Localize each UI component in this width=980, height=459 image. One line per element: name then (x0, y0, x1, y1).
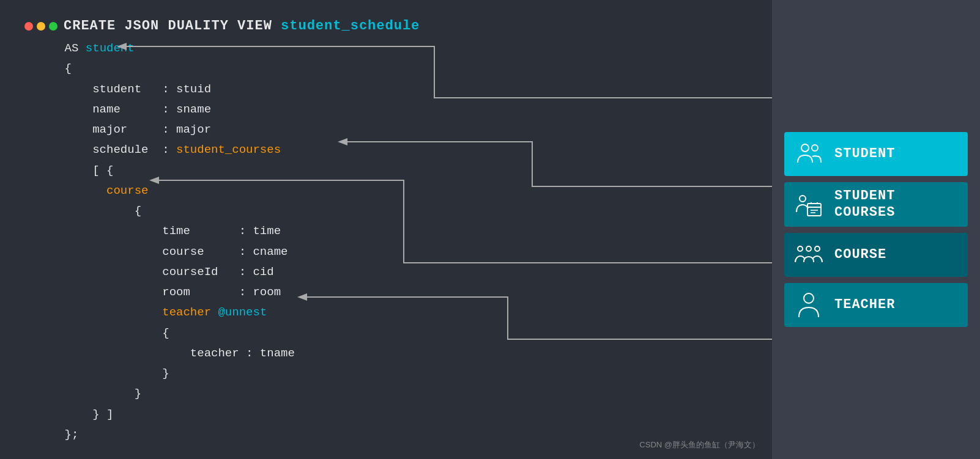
svg-point-11 (815, 246, 820, 251)
course-key: course (37, 181, 748, 201)
as-line: AS student (37, 39, 748, 59)
course-brace-close: } (37, 384, 748, 404)
student-courses-card: STUDENTCOURSES (784, 182, 968, 227)
student-courses-icon (793, 189, 825, 221)
code-panel: CREATE JSON DUALITY VIEW student_schedul… (0, 0, 772, 459)
field-schedule: schedule : student_courses (37, 140, 748, 160)
teacher-svg (794, 290, 823, 320)
svg-point-10 (806, 246, 811, 251)
nested-array-start: [ { (37, 161, 748, 181)
teacher-label: TEACHER (834, 297, 895, 313)
open-brace: { (37, 59, 748, 79)
title-line: CREATE JSON DUALITY VIEW student_schedul… (24, 18, 748, 34)
svg-point-0 (801, 144, 809, 152)
tl-green (49, 22, 58, 31)
course-svg (794, 240, 823, 270)
create-keyword: CREATE JSON DUALITY VIEW (64, 18, 281, 34)
svg-rect-3 (807, 204, 821, 216)
teacher-icon (793, 289, 825, 321)
tl-yellow (37, 22, 45, 31)
field-student: student : stuid (37, 79, 748, 100)
student-courses-svg (794, 190, 823, 219)
field-course: course : cname (37, 242, 748, 262)
teacher-unnest: teacher @unnest (37, 303, 748, 323)
field-name: name : sname (37, 100, 748, 120)
student-label: STUDENT (834, 146, 895, 162)
svg-point-12 (804, 293, 814, 303)
teacher-card: TEACHER (784, 283, 968, 327)
course-icon (793, 239, 825, 271)
student-courses-label: STUDENTCOURSES (834, 188, 895, 221)
field-room: room : room (37, 282, 748, 303)
array-close: } ] (37, 405, 748, 425)
right-panel: STUDENT STUDENTCOURSES (772, 0, 980, 459)
teacher-brace-open: { (37, 323, 748, 343)
tl-red (24, 22, 33, 31)
student-svg (794, 139, 823, 169)
svg-point-1 (812, 145, 818, 151)
field-teacher: teacher : tname (37, 343, 748, 364)
traffic-lights (24, 22, 58, 31)
svg-point-2 (800, 196, 806, 202)
student-card: STUDENT (784, 132, 968, 176)
course-label: COURSE (834, 247, 886, 263)
field-time: time : time (37, 221, 748, 241)
svg-point-9 (798, 246, 803, 251)
main-container: CREATE JSON DUALITY VIEW student_schedul… (0, 0, 980, 459)
view-name: student_schedule (281, 18, 420, 34)
code-body: AS student { student : stuid name : snam… (37, 39, 748, 445)
field-courseid: courseId : cid (37, 262, 748, 282)
watermark: CSDN @胖头鱼的鱼缸（尹海文） (639, 439, 760, 450)
student-icon (793, 138, 825, 170)
teacher-brace-close: } (37, 364, 748, 384)
title-text: CREATE JSON DUALITY VIEW student_schedul… (64, 18, 420, 34)
field-major: major : major (37, 120, 748, 140)
course-brace-open: { (37, 201, 748, 221)
course-card: COURSE (784, 233, 968, 277)
